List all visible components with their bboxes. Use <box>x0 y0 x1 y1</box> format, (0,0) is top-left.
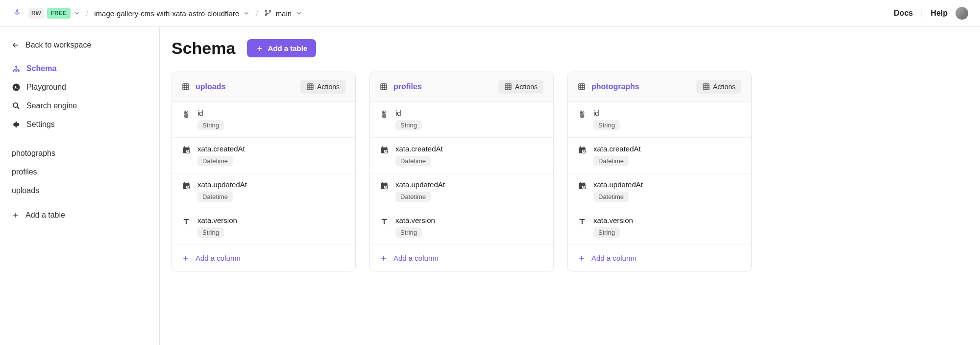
help-link[interactable]: Help <box>931 9 948 18</box>
sidebar-add-table-label: Add a table <box>25 211 65 220</box>
column-info: id String <box>197 109 224 130</box>
table-title[interactable]: uploads <box>182 82 225 91</box>
table-icon <box>182 83 190 91</box>
column-info: xata.version String <box>197 216 237 238</box>
column-row[interactable]: xata.createdAt Datetime <box>172 138 355 173</box>
add-table-button[interactable]: Add a table <box>247 39 316 57</box>
svg-point-11 <box>186 112 187 114</box>
column-name: id <box>593 109 620 117</box>
column-info: xata.createdAt Datetime <box>395 145 443 166</box>
branch-switcher[interactable]: main <box>264 9 303 18</box>
column-name: xata.updatedAt <box>395 180 445 189</box>
sidebar-add-table[interactable]: Add a table <box>0 206 159 224</box>
sidebar-table-profiles[interactable]: profiles <box>0 163 159 181</box>
column-type-pill: Datetime <box>395 156 431 166</box>
project-switcher[interactable]: image-gallery-cms-with-xata-astro-cloudf… <box>94 9 250 18</box>
column-info: xata.updatedAt Datetime <box>197 180 247 202</box>
plan-badge: FREE <box>47 8 71 19</box>
sidebar-nav-schema[interactable]: Schema <box>0 59 159 78</box>
svg-rect-35 <box>579 84 585 90</box>
table-title[interactable]: photographs <box>578 82 639 91</box>
plus-icon <box>578 254 586 262</box>
datetime-type-icon <box>182 181 191 190</box>
column-name: id <box>395 109 422 117</box>
column-name: xata.updatedAt <box>593 180 643 189</box>
schema-cards: uploads Actions id String xata.createdAt… <box>172 72 968 271</box>
column-info: xata.updatedAt Datetime <box>593 180 643 202</box>
topbar-right: Docs | Help <box>894 7 968 20</box>
svg-rect-23 <box>505 84 511 90</box>
user-avatar[interactable] <box>956 7 968 20</box>
add-column-label: Add a column <box>591 254 637 262</box>
main-content: Schema Add a table uploads Actions id <box>160 27 980 345</box>
datetime-type-icon <box>578 146 587 154</box>
column-type-pill: Datetime <box>593 156 629 166</box>
column-info: xata.version String <box>593 216 633 238</box>
back-to-workspace[interactable]: Back to workspace <box>0 37 159 53</box>
column-name: xata.createdAt <box>197 145 245 153</box>
add-column-button[interactable]: Add a column <box>568 245 751 271</box>
column-info: xata.updatedAt Datetime <box>395 180 445 202</box>
svg-rect-26 <box>382 147 383 148</box>
table-title[interactable]: profiles <box>380 82 422 91</box>
chevron-down-icon <box>74 10 80 17</box>
text-type-icon <box>182 217 191 226</box>
column-row[interactable]: xata.updatedAt Datetime <box>568 173 751 209</box>
column-row[interactable]: id String <box>370 102 553 138</box>
column-row[interactable]: xata.updatedAt Datetime <box>370 173 553 209</box>
plus-icon <box>380 254 388 262</box>
column-row[interactable]: xata.createdAt Datetime <box>568 138 751 173</box>
plus-icon <box>182 254 190 262</box>
column-name: xata.createdAt <box>395 145 443 153</box>
svg-rect-14 <box>188 147 189 148</box>
sidebar-table-photographs[interactable]: photographs <box>0 144 159 163</box>
xata-logo-icon[interactable] <box>12 8 23 19</box>
add-column-button[interactable]: Add a column <box>370 245 553 271</box>
svg-rect-18 <box>184 182 185 184</box>
column-row[interactable]: id String <box>568 102 751 138</box>
docs-link[interactable]: Docs <box>894 9 913 18</box>
column-type-pill: Datetime <box>197 156 233 166</box>
datetime-type-icon <box>578 181 587 190</box>
sidebar-nav-settings[interactable]: Settings <box>0 115 159 134</box>
svg-rect-10 <box>307 84 313 90</box>
column-row[interactable]: id String <box>172 102 355 138</box>
project-name: image-gallery-cms-with-xata-astro-cloudf… <box>94 9 239 18</box>
sidebar-nav-playground[interactable]: Playground <box>0 78 159 97</box>
column-name: xata.version <box>395 216 435 224</box>
column-info: id String <box>593 109 620 130</box>
plus-icon <box>256 45 264 52</box>
column-type-pill: String <box>593 227 620 238</box>
column-type-pill: String <box>197 227 224 238</box>
column-row[interactable]: xata.version String <box>172 209 355 245</box>
topbar-left: RW FREE / image-gallery-cms-with-xata-as… <box>12 8 302 19</box>
id-type-icon <box>380 110 389 119</box>
table-icon <box>306 83 314 91</box>
column-row[interactable]: xata.version String <box>568 209 751 245</box>
table-actions-button[interactable]: Actions <box>300 80 345 94</box>
svg-point-3 <box>13 70 15 72</box>
nav-label: Schema <box>26 64 56 73</box>
column-row[interactable]: xata.version String <box>370 209 553 245</box>
datetime-type-icon <box>182 146 191 154</box>
plus-icon <box>12 211 20 219</box>
svg-rect-22 <box>381 84 387 90</box>
workspace-switcher[interactable]: RW FREE <box>28 8 80 19</box>
column-row[interactable]: xata.createdAt Datetime <box>370 138 553 173</box>
svg-point-24 <box>384 112 385 114</box>
table-actions-button[interactable]: Actions <box>498 80 543 94</box>
topbar-separator: | <box>921 9 923 18</box>
sidebar-table-uploads[interactable]: uploads <box>0 181 159 200</box>
card-header: uploads Actions <box>172 72 355 102</box>
column-row[interactable]: xata.updatedAt Datetime <box>172 173 355 209</box>
column-info: id String <box>395 109 422 130</box>
table-icon <box>380 83 388 91</box>
table-actions-button[interactable]: Actions <box>696 80 741 94</box>
add-column-button[interactable]: Add a column <box>172 245 355 271</box>
table-icon <box>504 83 512 91</box>
column-type-pill: String <box>395 120 422 130</box>
sidebar-nav-search-engine[interactable]: Search engine <box>0 97 159 115</box>
branch-name: main <box>276 9 292 18</box>
svg-rect-31 <box>382 182 383 184</box>
svg-point-1 <box>269 10 270 12</box>
